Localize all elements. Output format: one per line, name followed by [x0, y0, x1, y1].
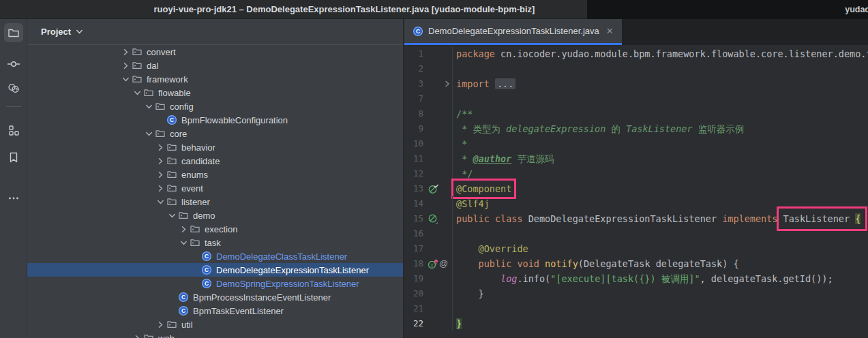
spring-bean-icon[interactable]: [428, 213, 439, 225]
close-icon[interactable]: ✕: [605, 25, 615, 37]
code-text: package cn.iocoder.yudao.module.bpm.fram…: [453, 46, 868, 61]
stripe-item-commit[interactable]: [4, 55, 23, 74]
code-token: [456, 258, 479, 269]
code-line-2: 2: [404, 61, 868, 76]
code-line-3: 3import ...: [404, 76, 868, 91]
folder-icon: [166, 183, 177, 194]
tree-item-convert[interactable]: convert: [27, 45, 403, 59]
chevron-right-icon[interactable]: [155, 185, 166, 192]
svg-text:C: C: [416, 28, 420, 35]
code-token: 监听器示例: [693, 123, 745, 134]
folder-icon: [166, 196, 177, 207]
project-panel-header: Project: [27, 19, 403, 45]
line-number: 16: [404, 226, 423, 241]
stripe-divider: [6, 106, 21, 107]
code-line-17: 17 @Override: [404, 241, 868, 256]
stripe-item-pull-requests[interactable]: ?: [4, 79, 23, 98]
code-text: public class DemoDelegateExpressionTaskL…: [453, 211, 860, 226]
chevron-right-icon[interactable]: [155, 144, 166, 151]
code-token: "[execute][task({}) 被调用]": [550, 273, 700, 284]
chevron-down-icon[interactable]: [120, 76, 131, 83]
tree-item-event[interactable]: event: [27, 181, 403, 195]
code-text: [453, 226, 456, 241]
tree-item-BpmProcessInstanceEventListener[interactable]: CBpmProcessInstanceEventListener: [27, 290, 403, 304]
tree-item-demo[interactable]: demo: [27, 209, 403, 222]
tree-item-label: BpmProcessInstanceEventListener: [193, 292, 331, 303]
line-number: 15: [404, 211, 423, 226]
code-text: }: [453, 316, 462, 331]
tree-item-DemoDelegateExpressionTaskListener[interactable]: CDemoDelegateExpressionTaskListener: [27, 263, 403, 277]
tree-item-flowable[interactable]: flowable: [27, 86, 403, 99]
tree-item-framework[interactable]: framework: [27, 72, 403, 86]
tree-item-label: dal: [147, 61, 158, 71]
editor-panel: C DemoDelegateExpressionTaskListener.jav…: [404, 19, 868, 338]
tree-item-listener[interactable]: listener: [27, 195, 403, 209]
line-number: 21: [404, 301, 423, 316]
code-token: TaskListener: [783, 213, 856, 224]
gutter: [423, 211, 453, 226]
svg-text:C: C: [204, 266, 208, 273]
tree-item-config[interactable]: config: [27, 99, 403, 113]
chevron-right-icon[interactable]: [132, 335, 143, 338]
folder-icon: [189, 224, 200, 234]
tree-item-web[interactable]: web: [27, 331, 403, 338]
chevron-right-icon[interactable]: [120, 62, 131, 70]
chevron-down-icon[interactable]: [166, 212, 177, 219]
class-icon: C: [177, 292, 189, 303]
code-editor[interactable]: 1package cn.iocoder.yudao.module.bpm.fra…: [404, 45, 868, 338]
tree-item-label: exection: [205, 224, 237, 234]
tree-item-util[interactable]: util: [27, 318, 403, 331]
chevron-right-icon[interactable]: [120, 48, 131, 56]
tree-item-label: DemoDelegateExpressionTaskListener: [216, 265, 369, 275]
chevron-down-icon[interactable]: [143, 130, 154, 138]
chevron-down-icon[interactable]: [132, 89, 143, 97]
code-line-10: 10 *: [404, 136, 868, 151]
tree-item-core[interactable]: core: [27, 127, 403, 140]
line-number: 19: [404, 271, 423, 286]
code-text: }: [453, 286, 484, 301]
code-line-16: 16: [404, 226, 868, 241]
code-token: @Override: [479, 243, 528, 254]
implements-method-icon[interactable]: I: [428, 258, 438, 270]
tree-item-label: config: [170, 102, 194, 112]
code-token: ...: [495, 78, 515, 89]
tree-item-exection[interactable]: exection: [27, 222, 403, 236]
code-token: {: [855, 213, 860, 224]
spring-bean-icon[interactable]: [428, 183, 439, 195]
tree-item-enums[interactable]: enums: [27, 168, 403, 181]
editor-tab-label: DemoDelegateExpressionTaskListener.java: [428, 26, 599, 36]
tree-item-DemoSpringExpressionTaskListener[interactable]: CDemoSpringExpressionTaskListener: [27, 277, 403, 290]
gutter: I@: [423, 256, 453, 271]
tree-item-behavior[interactable]: behavior: [27, 140, 403, 154]
stripe-item-bookmarks[interactable]: [4, 148, 23, 167]
chevron-right-icon[interactable]: [155, 157, 166, 165]
tree-item-label: util: [181, 320, 193, 330]
fold-arrow-icon[interactable]: [444, 80, 451, 87]
svg-text:I: I: [431, 262, 432, 268]
chevron-right-icon[interactable]: [178, 226, 189, 233]
line-number: 7: [404, 91, 423, 106]
chevron-right-icon[interactable]: [155, 171, 166, 179]
chevron-down-icon[interactable]: [76, 28, 83, 35]
stripe-item-more[interactable]: [4, 189, 23, 208]
code-token: 的: [605, 123, 626, 134]
code-text: import ...: [453, 76, 515, 91]
gutter: [423, 286, 453, 301]
tree-item-BpmTaskEventListener[interactable]: CBpmTaskEventListener: [27, 304, 403, 318]
chevron-down-icon[interactable]: [155, 198, 166, 206]
chevron-down-icon[interactable]: [143, 103, 154, 110]
stripe-item-project[interactable]: [4, 23, 23, 42]
tree-item-DemoDelegateClassTaskListener[interactable]: CDemoDelegateClassTaskListener: [27, 249, 403, 263]
tree-item-candidate[interactable]: candidate: [27, 154, 403, 168]
main-body: ? Project convertdalframeworkflowablecon…: [0, 19, 868, 338]
tree-item-dal[interactable]: dal: [27, 59, 403, 72]
code-text: @Override: [453, 241, 528, 256]
tree-item-task[interactable]: task: [27, 236, 403, 249]
tree-item-BpmFlowableConfiguration[interactable]: CBpmFlowableConfiguration: [27, 113, 403, 127]
chevron-right-icon[interactable]: [155, 321, 166, 328]
stripe-item-structure[interactable]: [4, 121, 23, 140]
editor-tab[interactable]: C DemoDelegateExpressionTaskListener.jav…: [404, 19, 622, 45]
external-annotation-icon[interactable]: @: [439, 256, 448, 271]
chevron-down-icon[interactable]: [178, 239, 189, 247]
gutter: [423, 301, 453, 316]
